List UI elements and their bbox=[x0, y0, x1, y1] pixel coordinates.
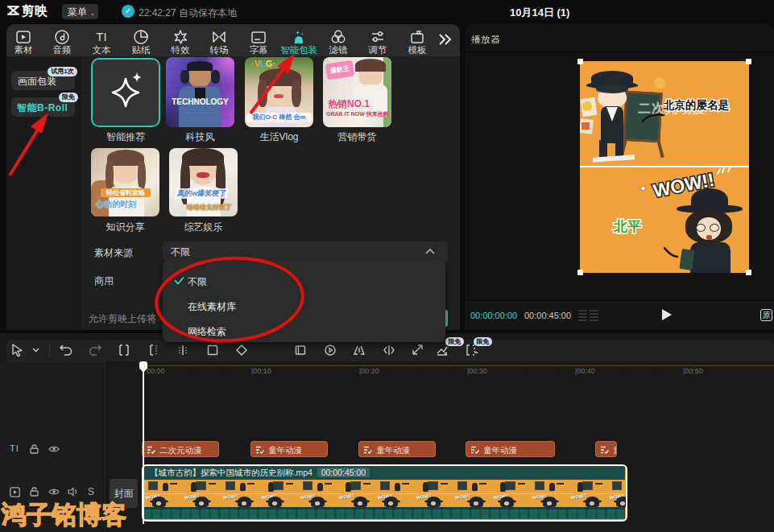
svg-text:北平: 北平 bbox=[613, 219, 641, 234]
svg-text:北京的屡名是: 北京的屡名是 bbox=[664, 99, 730, 111]
svg-text:TI: TI bbox=[96, 30, 106, 43]
